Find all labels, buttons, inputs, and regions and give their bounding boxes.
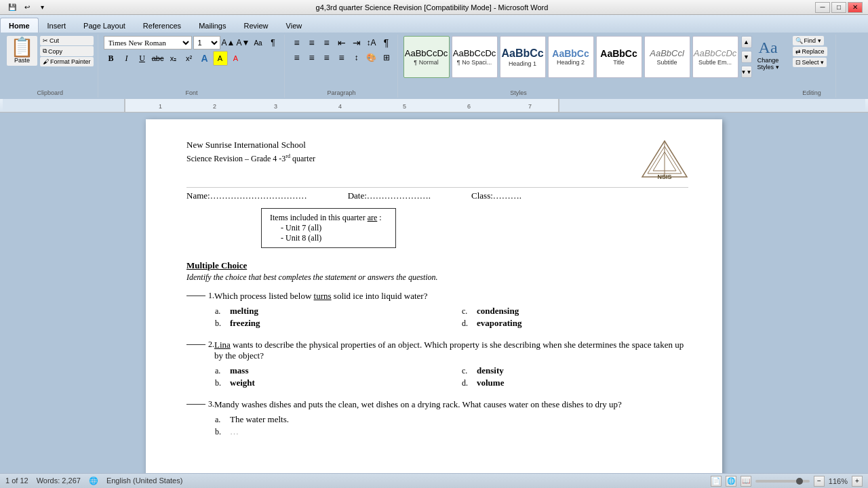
view-layout-button[interactable]: 🌐 [726, 476, 736, 487]
paste-button[interactable]: 📋 Paste [7, 36, 37, 66]
tab-insert[interactable]: Insert [39, 18, 75, 33]
undo-button[interactable]: ↩ [20, 2, 34, 13]
shrink-font-button[interactable]: A▼ [237, 36, 250, 49]
style-nospace-preview: AaBbCcDc [453, 48, 496, 59]
font-size-select[interactable]: 1 [193, 36, 220, 49]
font-family-select[interactable]: Times New Roman [104, 36, 192, 49]
show-hide-button[interactable]: ¶ [380, 36, 393, 49]
multilevel-list-button[interactable]: ≡ [320, 36, 334, 49]
select-button[interactable]: ⊡ Select ▾ [793, 58, 827, 67]
styles-row: AaBbCcDc ¶ Normal AaBbCcDc ¶ No Spaci...… [403, 36, 738, 87]
q3-num: 3. [186, 399, 214, 409]
grow-font-button[interactable]: A▲ [222, 36, 235, 49]
ans-text: melting [230, 306, 258, 317]
clear-format-button[interactable]: ¶ [267, 36, 280, 49]
school-name: New Sunrise International School [186, 140, 315, 150]
tab-references[interactable]: References [134, 18, 190, 33]
title-bar: 💾 ↩ ▾ g4,3rd quarter Science Revision [C… [0, 0, 868, 15]
bullets-button[interactable]: ≡ [290, 36, 304, 49]
align-right-button[interactable]: ≡ [320, 51, 334, 64]
svg-text:4: 4 [338, 103, 342, 110]
q1-underline: turns [314, 291, 332, 301]
scissors-icon: ✂ [43, 37, 48, 44]
ruler-svg: 1 2 3 4 5 6 7 [3, 99, 865, 112]
italic-button[interactable]: I [119, 51, 134, 66]
answer-item: d.evaporating [462, 318, 688, 329]
style-heading1[interactable]: AaBbCc Heading 1 [500, 36, 546, 78]
qat-dropdown[interactable]: ▾ [35, 2, 49, 13]
change-case-button[interactable]: Aa [252, 36, 265, 49]
bold-button[interactable]: B [104, 51, 119, 66]
style-normal-preview: AaBbCcDc [405, 48, 448, 59]
copy-button[interactable]: ⧉Copy [40, 46, 94, 56]
fields-row: Name:…………………………… Date:…………………. Class:………… [186, 187, 688, 201]
highlight-button[interactable]: A [213, 51, 228, 66]
styles-scroll-up[interactable]: ▲ [741, 36, 752, 48]
qat[interactable]: 💾 ↩ ▾ [5, 2, 49, 13]
replace-button[interactable]: ⇄ Replace [793, 47, 827, 56]
restore-button[interactable]: □ [831, 2, 846, 13]
text-effects-button[interactable]: A [197, 51, 212, 66]
line-spacing-button[interactable]: ↕ [350, 51, 363, 64]
cut-button[interactable]: ✂Cut [40, 36, 94, 45]
styles-scroll: ▲ ▼ ▼▼ [741, 36, 752, 78]
align-left-button[interactable]: ≡ [290, 51, 304, 64]
tab-home[interactable]: Home [0, 18, 39, 33]
ans-text: density [477, 365, 504, 376]
underline-button[interactable]: U [135, 51, 150, 66]
justify-button[interactable]: ≡ [335, 51, 349, 64]
superscript-button[interactable]: x² [182, 51, 197, 66]
page[interactable]: New Sunrise International School Science… [146, 119, 722, 473]
style-h1-label: Heading 1 [509, 60, 536, 67]
ans-text: evaporating [477, 318, 521, 329]
save-button[interactable]: 💾 [5, 2, 19, 13]
style-subtitle[interactable]: AaBbCcl Subtitle [644, 36, 690, 78]
window-title: g4,3rd quarter Science Revision [Compati… [49, 3, 815, 12]
decrease-indent-button[interactable]: ⇤ [335, 36, 349, 49]
strikethrough-button[interactable]: abc [151, 51, 165, 66]
style-normal[interactable]: AaBbCcDc ¶ Normal [403, 36, 450, 78]
items-box-container: Items included in this quarter are : Uni… [227, 205, 688, 253]
zoom-out-button[interactable]: − [814, 476, 825, 487]
style-subtle-em[interactable]: AaBbCcDc Subtle Em... [692, 36, 738, 78]
zoom-level: 116% [829, 477, 848, 485]
zoom-slider[interactable] [755, 480, 810, 483]
revision-quarter: quarter [290, 154, 315, 163]
document-area[interactable]: New Sunrise International School Science… [0, 113, 868, 473]
style-heading2[interactable]: AaBbCc Heading 2 [548, 36, 594, 78]
zoom-thumb[interactable] [796, 478, 803, 485]
brush-icon: 🖌 [43, 58, 49, 65]
zoom-in-button[interactable]: + [852, 476, 863, 487]
align-center-button[interactable]: ≡ [305, 51, 319, 64]
borders-button[interactable]: ⊞ [380, 51, 393, 64]
ribbon-tabs[interactable]: Home Insert Page Layout References Maili… [0, 15, 868, 33]
style-title[interactable]: AaBbCc Title [596, 36, 642, 78]
view-full-button[interactable]: 📖 [741, 476, 751, 487]
styles-scroll-down[interactable]: ▼ [741, 51, 752, 63]
find-button[interactable]: 🔍 Find ▾ [793, 36, 824, 45]
subscript-button[interactable]: x₂ [166, 51, 181, 66]
sort-button[interactable]: ↕A [365, 36, 378, 49]
style-h1-preview: AaBbCc [501, 47, 543, 60]
close-button[interactable]: ✕ [848, 2, 863, 13]
window-controls[interactable]: ─ □ ✕ [815, 2, 863, 13]
numbering-button[interactable]: ≡ [305, 36, 319, 49]
logo-svg: NSIS [641, 140, 688, 180]
svg-text:3: 3 [274, 103, 277, 110]
shading-button[interactable]: 🎨 [365, 51, 378, 64]
style-no-spacing[interactable]: AaBbCcDc ¶ No Spaci... [452, 36, 498, 78]
tab-view[interactable]: View [277, 18, 311, 33]
answer-item: a.melting [215, 306, 441, 317]
styles-scroll-more[interactable]: ▼▼ [741, 66, 752, 78]
tab-mailings[interactable]: Mailings [190, 18, 235, 33]
change-styles-button[interactable]: Aa ChangeStyles ▾ [753, 36, 783, 80]
view-normal-button[interactable]: 📄 [711, 476, 722, 487]
tab-page-layout[interactable]: Page Layout [75, 18, 134, 33]
format-painter-button[interactable]: 🖌Format Painter [40, 57, 94, 66]
increase-indent-button[interactable]: ⇥ [350, 36, 363, 49]
q3-row: 3. Mandy washes dishes and puts the clea… [186, 399, 688, 410]
minimize-button[interactable]: ─ [815, 2, 830, 13]
q2-underline: Lina [214, 340, 231, 350]
font-color-button[interactable]: A [229, 51, 243, 66]
tab-review[interactable]: Review [235, 18, 277, 33]
